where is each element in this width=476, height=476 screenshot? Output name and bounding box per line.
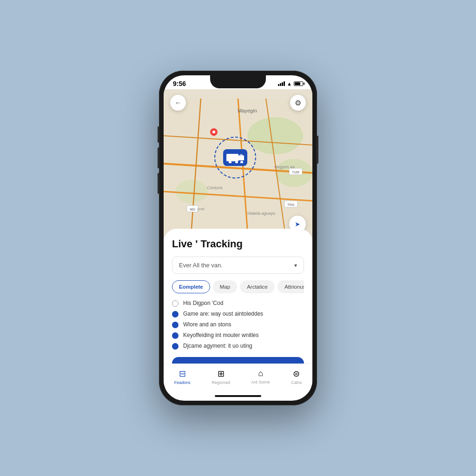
nav-icon-calns: ⊜ [293, 369, 300, 379]
list-item: Djcame agyment: it uo uting [172, 343, 304, 350]
vehicle-dropdown[interactable]: Ever All the van. ▾ [172, 257, 304, 274]
nav-item-feadons[interactable]: ⊟Feadons [171, 368, 194, 386]
volume-up-button [158, 147, 159, 168]
list-item-text: Game are: way oust aintoleddes [183, 311, 263, 317]
notch [210, 75, 266, 88]
cta-button[interactable]: Cato loaton [172, 357, 304, 364]
dropdown-text: Ever All the van. [179, 262, 223, 269]
battery-icon [294, 81, 303, 86]
nav-label-ant sorne: Ant Sorne [251, 380, 270, 384]
list-item: Keyoffeiding int mouter wnitles [172, 332, 304, 339]
svg-text:960: 960 [190, 208, 195, 211]
list-item-text: His Digpon 'Cod [183, 300, 223, 306]
nav-icon-regorned: ⊞ [218, 369, 225, 379]
truck-marker [214, 137, 256, 178]
map-container: 140 960 T165 T501 Mayegin Hegyon aa Cont… [164, 89, 312, 238]
nav-item-regorned[interactable]: ⊞Regorned [208, 368, 234, 386]
tab-bar: EompleteMapArctaticeAttrionus [172, 280, 304, 293]
list-item: Wlore and an stons [172, 321, 304, 328]
nav-item-calns[interactable]: ⊜Calns [287, 368, 305, 386]
svg-text:T501: T501 [287, 203, 295, 206]
back-button[interactable]: ← [170, 95, 186, 111]
list-item-text: Wlore and an stons [183, 321, 231, 328]
list-item-text: Keyoffeiding int mouter wnitles [183, 332, 259, 338]
truck-radius-circle [214, 137, 256, 178]
nav-label-feadons: Feadons [174, 380, 191, 385]
bottom-navigation: ⊟Feadons⊞Regorned⌂Ant Sorne⊜Calns [164, 364, 312, 393]
svg-text:Mayegin: Mayegin [238, 108, 257, 113]
svg-text:Nlatela aguayo: Nlatela aguayo [247, 211, 275, 216]
page-title: Live ' Tracking [172, 238, 304, 250]
volume-down-button [158, 173, 159, 194]
truck-icon [223, 149, 247, 166]
settings-button[interactable]: ⚙ [290, 95, 306, 111]
list-dot [172, 322, 178, 328]
list-item: His Digpon 'Cod [172, 300, 304, 307]
phone-frame: 9:56 ▲ [159, 71, 317, 405]
home-indicator [215, 395, 261, 397]
signal-icon [278, 81, 285, 86]
svg-text:T165: T165 [292, 171, 299, 174]
list-item-text: Djcame agyment: it uo uting [183, 343, 252, 349]
svg-text:yrod: yrod [197, 207, 205, 211]
feature-list: His Digpon 'CodGame are: way oust aintol… [172, 300, 304, 350]
status-icons: ▲ [278, 81, 303, 86]
nav-label-regorned: Regorned [212, 380, 230, 385]
list-item: Game are: way oust aintoleddes [172, 311, 304, 317]
nav-icon-feadons: ⊟ [179, 369, 186, 379]
nav-icon-ant sorne: ⌂ [258, 369, 263, 378]
svg-text:Hegyon aa: Hegyon aa [274, 165, 295, 169]
wifi-icon: ▲ [287, 81, 292, 86]
list-dot [172, 343, 178, 350]
settings-icon: ⚙ [295, 99, 301, 107]
svg-point-25 [212, 131, 215, 133]
nav-label-calns: Calns [291, 380, 302, 385]
svg-text:Contoris: Contoris [207, 185, 223, 190]
list-dot [172, 332, 178, 339]
svg-point-3 [175, 180, 208, 203]
list-dot [172, 300, 178, 307]
power-button [317, 136, 318, 164]
tab-eomplete[interactable]: Eomplete [172, 280, 210, 293]
chevron-down-icon: ▾ [294, 262, 297, 269]
tab-attrionus[interactable]: Attrionus [278, 280, 304, 293]
phone-screen: 9:56 ▲ [164, 75, 312, 401]
list-dot [172, 311, 178, 317]
svg-point-29 [240, 161, 243, 163]
silent-switch [158, 126, 159, 143]
status-time: 9:56 [173, 80, 186, 87]
tab-map[interactable]: Map [213, 280, 237, 293]
tab-arctatice[interactable]: Arctatice [240, 280, 275, 293]
back-icon: ← [175, 99, 181, 106]
nav-item-ant-sorne[interactable]: ⌂Ant Sorne [248, 368, 274, 386]
svg-rect-26 [226, 154, 238, 161]
content-panel: Live ' Tracking Ever All the van. ▾ Eomp… [164, 229, 312, 364]
nav-icon: ➤ [295, 220, 300, 228]
